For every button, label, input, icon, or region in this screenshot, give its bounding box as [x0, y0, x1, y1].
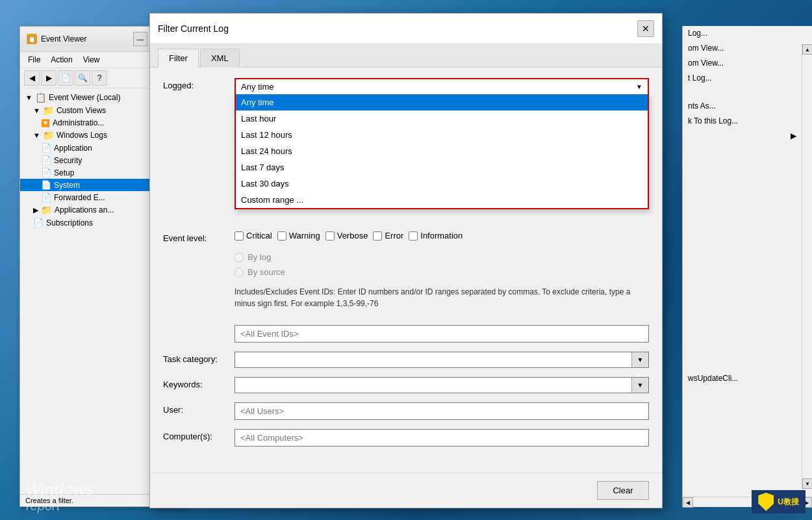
dialog-tabs: Filter XML [150, 44, 662, 68]
keywords-label: Keywords: [163, 377, 235, 389]
dropdown-item-last-24h[interactable]: Last 24 hours [236, 143, 648, 159]
dropdown-item-any-time[interactable]: Any time [236, 94, 648, 110]
event-level-row: Event level: Critical Warning Verbose [163, 231, 649, 243]
checkbox-information-input[interactable] [409, 231, 418, 240]
info-text-row: Includes/Excludes Event IDs: Enter ID nu… [163, 286, 649, 316]
checkbox-error-input[interactable] [373, 231, 382, 240]
radio-by-source[interactable]: By source [235, 267, 649, 277]
dropdown-item-last-hour[interactable]: Last hour [236, 110, 648, 127]
dialog-overlay: Filter Current Log ✕ Filter XML Logged: … [0, 0, 812, 520]
checkbox-critical-input[interactable] [235, 231, 244, 240]
dropdown-item-last-30d[interactable]: Last 30 days [236, 176, 648, 192]
dialog-close-button[interactable]: ✕ [637, 20, 654, 37]
dropdown-chevron-icon: ▼ [636, 83, 642, 90]
filter-log-dialog: Filter Current Log ✕ Filter XML Logged: … [149, 13, 663, 508]
user-wrap [235, 402, 649, 420]
checkbox-critical[interactable]: Critical [235, 231, 272, 240]
checkbox-warning[interactable]: Warning [277, 231, 320, 240]
logged-dropdown-list: Any time Last hour Last 12 hours Last 24… [235, 94, 649, 209]
event-ids-info: Includes/Excludes Event IDs: Enter ID nu… [235, 286, 649, 309]
computer-row: Computer(s): [163, 429, 649, 447]
user-input[interactable] [235, 402, 649, 420]
event-ids-input[interactable] [235, 325, 649, 343]
user-label: User: [163, 402, 235, 415]
keywords-wrap: ▼ [235, 377, 649, 393]
logo-shield-icon [758, 493, 774, 511]
checkbox-information[interactable]: Information [409, 231, 463, 240]
logged-selected-value: Any time [241, 82, 274, 92]
tab-xml[interactable]: XML [200, 49, 240, 68]
checkbox-warning-input[interactable] [277, 231, 286, 240]
dialog-title: Filter Current Log [158, 23, 229, 34]
task-category-label: Task category: [163, 352, 235, 364]
event-level-checkboxes: Critical Warning Verbose Error Infor [235, 231, 649, 240]
task-category-row: Task category: ▼ [163, 352, 649, 368]
keywords-row: Keywords: ▼ [163, 377, 649, 393]
logo-text: U教搜 [778, 497, 799, 508]
checkbox-verbose-input[interactable] [325, 231, 335, 240]
checkbox-error[interactable]: Error [373, 231, 403, 240]
log-source-radios: By log By source [235, 252, 649, 277]
radio-by-log-input[interactable] [235, 253, 244, 262]
dropdown-item-last-7d[interactable]: Last 7 days [236, 159, 648, 176]
user-row: User: [163, 402, 649, 420]
dropdown-item-last-12h[interactable]: Last 12 hours [236, 127, 648, 143]
clear-button[interactable]: Clear [597, 481, 649, 500]
dialog-footer: Clear [150, 473, 662, 508]
event-ids-wrap [235, 325, 649, 343]
radio-by-source-input[interactable] [235, 268, 244, 277]
event-ids-spacer [163, 325, 235, 328]
event-ids-row [163, 325, 649, 343]
computer-label: Computer(s): [163, 429, 235, 441]
info-text-wrap: Includes/Excludes Event IDs: Enter ID nu… [235, 286, 649, 316]
checkbox-row: Critical Warning Verbose Error Infor [235, 231, 649, 240]
computer-input[interactable] [235, 429, 649, 447]
logged-row: Logged: Any time ▼ Any time Last hour La… [163, 78, 649, 94]
logged-dropdown-wrap: Any time ▼ Any time Last hour Last 12 ho… [235, 78, 649, 94]
checkbox-verbose[interactable]: Verbose [325, 231, 368, 240]
tab-filter[interactable]: Filter [158, 49, 199, 68]
logged-dropdown-header[interactable]: Any time ▼ [235, 78, 649, 94]
logged-label: Logged: [163, 78, 235, 90]
task-category-wrap: ▼ [235, 352, 649, 368]
radio-row: By log By source [235, 252, 649, 277]
computer-wrap [235, 429, 649, 447]
log-source-spacer [163, 252, 235, 255]
dropdown-item-custom-range[interactable]: Custom range ... [236, 192, 648, 208]
log-source-row: By log By source [163, 252, 649, 277]
event-level-label: Event level: [163, 231, 235, 243]
keywords-select[interactable] [235, 377, 649, 393]
logged-dropdown-container: Any time ▼ Any time Last hour Last 12 ho… [235, 78, 649, 94]
task-category-select[interactable] [235, 352, 649, 368]
logo-badge: U教搜 [752, 490, 806, 514]
radio-by-log[interactable]: By log [235, 252, 649, 262]
dialog-form-content: Logged: Any time ▼ Any time Last hour La… [150, 68, 662, 466]
dialog-titlebar: Filter Current Log ✕ [150, 14, 662, 44]
info-text-spacer [163, 286, 235, 289]
